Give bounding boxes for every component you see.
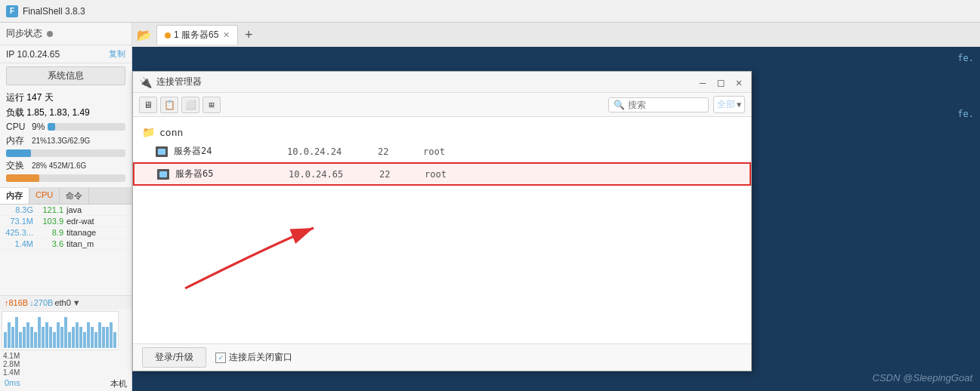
process-tabs: 内存 CPU 命令 — [0, 188, 131, 205]
net-bar — [79, 327, 82, 348]
close-after-connect-checkbox[interactable]: ✓ 连接后关闭窗口 — [215, 351, 292, 364]
tab-server65[interactable]: 1 服务器65 ✕ — [156, 25, 238, 45]
sidebar: 同步状态 IP 10.0.24.65 复制 系统信息 运行 147 天 负载 1… — [0, 23, 132, 391]
proc-cpu-1: 103.9 — [35, 217, 63, 226]
mem-bar-fill — [6, 149, 31, 157]
mem-bar-container — [6, 149, 125, 157]
toolbar-grid-button[interactable]: ⊞ — [202, 97, 221, 113]
filter-arrow-icon: ▼ — [737, 100, 741, 109]
sys-info-button[interactable]: 系统信息 — [6, 66, 125, 85]
net-bar — [34, 332, 37, 348]
tab-cmd[interactable]: 命令 — [60, 188, 89, 204]
net-bar — [49, 327, 52, 348]
net-bar — [57, 322, 60, 349]
net-down-label: ↓270B — [29, 298, 53, 307]
net-up-label: ↑816B — [5, 298, 28, 307]
net-bar — [110, 322, 113, 349]
dialog-title-left: 🔌 连接管理器 — [139, 75, 202, 88]
cpu-bar-fill — [48, 123, 54, 131]
runtime-row: 运行 147 天 — [6, 91, 125, 104]
dialog-title-icon: 🔌 — [139, 76, 152, 88]
dialog-maximize-button[interactable]: □ — [715, 76, 727, 88]
load-row: 负载 1.85, 1.83, 1.49 — [6, 106, 125, 119]
proc-cpu-3: 3.6 — [35, 239, 63, 248]
cpu-row: CPU 9% — [6, 122, 125, 132]
network-row: ↑816B ↓270B eth0 ▼ — [0, 295, 131, 309]
net-bar — [42, 327, 45, 348]
connection-manager-dialog: 🔌 连接管理器 — □ ✕ 🖥 📋 — [132, 71, 752, 371]
toolbar-copy-button[interactable]: 📋 — [160, 97, 178, 113]
net-bar — [91, 327, 94, 348]
proc-mem-2: 425.3... — [3, 228, 33, 237]
cpu-value: 9% — [32, 122, 45, 132]
conn-item-server65[interactable]: 服务器65 10.0.24.65 22 root — [133, 162, 751, 186]
conn-item-server24[interactable]: 服务器24 10.0.24.24 22 root — [133, 141, 751, 162]
conn-port-1: 22 — [379, 169, 425, 180]
net-bar — [11, 327, 14, 348]
sync-dot — [47, 31, 53, 37]
mem-row: 内存 21%13.3G/62.9G — [6, 134, 125, 147]
swap-bar-fill — [6, 174, 39, 182]
sidebar-stats: 运行 147 天 负载 1.85, 1.83, 1.49 CPU 9% 内存 2… — [0, 88, 131, 188]
net-bar — [8, 322, 11, 349]
server-icon-65 — [157, 169, 169, 180]
net-dropdown-icon[interactable]: ▼ — [73, 298, 81, 307]
terminal-area[interactable]: fe. fe. 🔌 连接管理器 — □ — [132, 47, 980, 391]
net-bar — [113, 332, 116, 348]
net-bar — [83, 332, 86, 348]
search-box: 🔍 — [608, 97, 709, 112]
ping-host: 本机 — [110, 378, 127, 389]
ip-row: IP 10.0.24.65 复制 — [0, 45, 131, 63]
toolbar-new-button[interactable]: 🖥 — [139, 97, 157, 113]
net-chart — [2, 311, 119, 350]
search-input[interactable] — [628, 100, 703, 110]
tab-mem[interactable]: 内存 — [0, 188, 29, 204]
net-bar — [45, 322, 48, 349]
tab-close-button[interactable]: ✕ — [223, 30, 230, 40]
list-item: 8.3G 121.1 java — [0, 205, 131, 216]
net-bar — [102, 327, 105, 348]
conn-user-0: root — [423, 146, 445, 157]
conn-tree: 📁 conn 服务器24 10.0.24.24 22 root — [133, 117, 751, 343]
ping-row: 0ms 本机 — [0, 377, 131, 391]
sync-label: 同步状态 — [6, 27, 42, 40]
dialog-title-bar: 🔌 连接管理器 — □ ✕ — [133, 72, 751, 93]
dialog-minimize-button[interactable]: — — [697, 76, 709, 88]
swap-value: 28% 452M/1.6G — [32, 162, 86, 170]
net-bar — [15, 317, 18, 348]
conn-port-0: 22 — [378, 146, 423, 157]
conn-ip-1: 10.0.24.65 — [289, 169, 379, 180]
app-title: FinalShell 3.8.3 — [23, 6, 85, 17]
copy-button[interactable]: 复制 — [109, 48, 125, 60]
net-bar — [30, 327, 33, 348]
tab-dot — [165, 32, 171, 38]
tab-cpu[interactable]: CPU — [29, 188, 60, 204]
net-bar — [64, 317, 67, 348]
terminal-text-1: fe. — [957, 53, 974, 63]
toolbar-folder-button[interactable]: ⬜ — [181, 97, 199, 113]
conn-name-1: 服务器65 — [175, 168, 289, 180]
cpu-bar-container — [48, 123, 125, 131]
net-bar — [19, 332, 22, 348]
proc-name-3: titan_m — [66, 239, 128, 248]
proc-mem-1: 73.1M — [3, 217, 33, 226]
net-bar — [68, 332, 71, 348]
login-button[interactable]: 登录/升级 — [142, 347, 206, 368]
swap-bar-container — [6, 174, 125, 182]
proc-name-0: java — [66, 205, 128, 214]
tab-add-button[interactable]: + — [240, 26, 258, 44]
folder-icon[interactable]: 📂 — [135, 26, 153, 44]
dialog-close-button[interactable]: ✕ — [733, 76, 745, 88]
net-bar — [94, 332, 97, 348]
mem-bar-row — [6, 149, 125, 157]
dialog-toolbar-left: 🖥 📋 ⬜ ⊞ — [139, 97, 221, 113]
list-item: 73.1M 103.9 edr-wat — [0, 216, 131, 227]
conn-folder[interactable]: 📁 conn — [133, 123, 751, 141]
app-icon: F — [6, 5, 18, 17]
conn-user-1: root — [425, 169, 447, 180]
conn-name-0: 服务器24 — [174, 145, 287, 158]
filter-select[interactable]: 全部 ▼ — [713, 96, 745, 113]
swap-bar-row — [6, 174, 125, 182]
tab-label: 1 服务器65 — [174, 29, 218, 42]
swap-label: 交换 — [6, 159, 29, 172]
